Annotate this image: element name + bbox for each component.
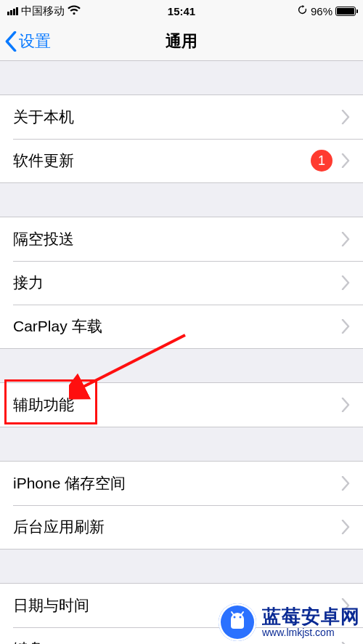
row-carplay[interactable]: CarPlay 车载 bbox=[0, 305, 363, 348]
status-right: 96% bbox=[297, 4, 356, 17]
signal-icon bbox=[7, 7, 18, 15]
chevron-right-icon bbox=[341, 275, 350, 290]
row-airdrop[interactable]: 隔空投送 bbox=[0, 217, 363, 261]
nav-bar: 设置 通用 bbox=[0, 22, 363, 61]
group-airdrop: 隔空投送 接力 CarPlay 车载 bbox=[0, 217, 363, 349]
battery-percent-label: 96% bbox=[311, 5, 333, 17]
chevron-right-icon bbox=[341, 476, 350, 491]
row-label: 辅助功能 bbox=[13, 395, 341, 415]
row-label: 软件更新 bbox=[13, 150, 311, 171]
chevron-right-icon bbox=[341, 153, 350, 168]
chevron-right-icon bbox=[341, 520, 350, 534]
row-about[interactable]: 关于本机 bbox=[0, 95, 363, 139]
group-about: 关于本机 软件更新 1 bbox=[0, 94, 363, 183]
chevron-right-icon bbox=[341, 232, 350, 246]
row-handoff[interactable]: 接力 bbox=[0, 261, 363, 305]
chevron-right-icon bbox=[341, 319, 350, 334]
battery-icon bbox=[335, 7, 356, 16]
update-badge: 1 bbox=[311, 150, 333, 172]
back-label: 设置 bbox=[19, 31, 51, 52]
back-button[interactable]: 设置 bbox=[0, 31, 51, 52]
page-title: 通用 bbox=[166, 31, 197, 52]
row-label: iPhone 储存空间 bbox=[13, 473, 341, 494]
clock-label: 15:41 bbox=[168, 5, 195, 17]
row-accessibility[interactable]: 辅助功能 bbox=[0, 383, 363, 427]
row-label: 后台应用刷新 bbox=[13, 517, 341, 537]
group-datetime: 日期与时间 键盘 bbox=[0, 583, 363, 644]
status-left: 中国移动 bbox=[7, 4, 81, 18]
row-label: 关于本机 bbox=[13, 107, 341, 127]
rotation-lock-icon bbox=[297, 4, 308, 17]
chevron-left-icon bbox=[4, 31, 17, 52]
row-label: CarPlay 车载 bbox=[13, 316, 341, 337]
row-label: 键盘 bbox=[13, 639, 341, 644]
chevron-right-icon bbox=[341, 110, 350, 124]
row-keyboard[interactable]: 键盘 bbox=[0, 627, 363, 644]
row-label: 接力 bbox=[13, 273, 341, 293]
chevron-right-icon bbox=[341, 398, 350, 412]
row-label: 隔空投送 bbox=[13, 229, 341, 249]
group-accessibility: 辅助功能 bbox=[0, 382, 363, 427]
group-storage: iPhone 储存空间 后台应用刷新 bbox=[0, 461, 363, 550]
wifi-icon bbox=[68, 5, 81, 17]
row-background-refresh[interactable]: 后台应用刷新 bbox=[0, 505, 363, 549]
row-software-update[interactable]: 软件更新 1 bbox=[0, 139, 363, 182]
status-bar: 中国移动 15:41 96% bbox=[0, 0, 363, 22]
row-storage[interactable]: iPhone 储存空间 bbox=[0, 462, 363, 505]
carrier-label: 中国移动 bbox=[21, 4, 65, 18]
chevron-right-icon bbox=[341, 598, 350, 613]
row-date-time[interactable]: 日期与时间 bbox=[0, 584, 363, 627]
row-label: 日期与时间 bbox=[13, 595, 341, 616]
